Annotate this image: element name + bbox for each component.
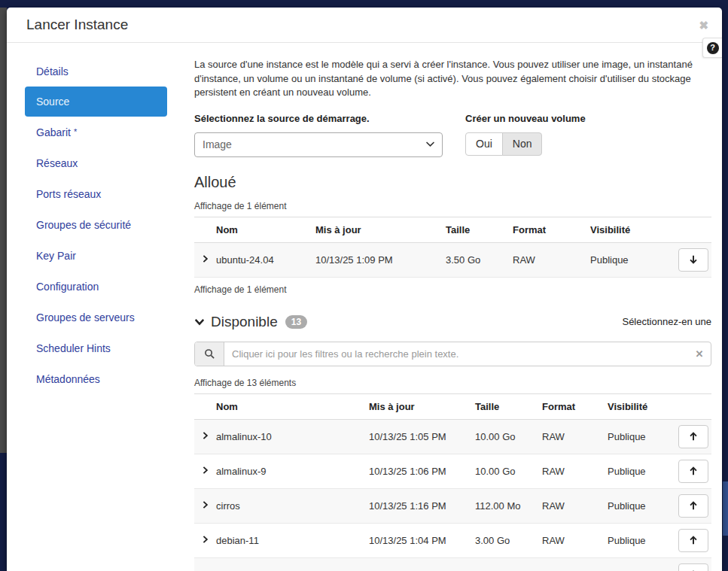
sidebar-item-networks[interactable]: Réseaux <box>7 147 194 178</box>
boot-source-select[interactable]: Image <box>194 132 443 157</box>
column-header-visibility: Visibilité <box>590 217 668 242</box>
modal-body: Détails Source Gabarit* Réseaux Ports ré… <box>7 43 722 571</box>
modal-header: Lancer Instance ✖ <box>7 8 722 43</box>
cell-format: RAW <box>542 454 608 488</box>
allocate-button[interactable] <box>678 460 708 483</box>
source-panel: La source d'une instance est le modèle q… <box>194 43 711 571</box>
allocate-button[interactable] <box>678 494 708 518</box>
question-icon: ? <box>707 42 719 54</box>
cell-updated: 10/13/25 1:16 PM <box>369 488 475 523</box>
available-section-title: Disponible <box>211 314 278 330</box>
allocate-button[interactable] <box>678 425 708 448</box>
new-volume-yes-button[interactable]: Oui <box>465 132 503 156</box>
cell-size: 3.50 Go <box>446 242 513 277</box>
cell-name: debian-11 <box>216 523 369 557</box>
background-page-strip <box>0 8 7 453</box>
sidebar-item-scheduler-hints[interactable]: Scheduler Hints <box>7 333 194 363</box>
allocated-count-bottom: Affichage de 1 élément <box>194 284 711 295</box>
cell-name: almalinux-10 <box>216 419 369 454</box>
allocated-table: Nom Mis à jour Taille Format Visibilité <box>194 217 711 278</box>
page-title: Lancer Instance <box>26 17 128 33</box>
available-count-badge: 13 <box>285 315 307 329</box>
sidebar-item-flavor[interactable]: Gabarit* <box>7 117 194 147</box>
allocate-button[interactable] <box>678 563 708 571</box>
column-header-size: Taille <box>446 217 513 242</box>
cell-updated: 10/13/25 1:05 PM <box>369 419 475 454</box>
cell-format: RAW <box>542 419 608 454</box>
column-header-name: Nom <box>216 393 369 419</box>
column-header-name: Nom <box>216 217 315 242</box>
row-expander-chevron-icon[interactable] <box>201 466 209 475</box>
allocated-table-header: Nom Mis à jour Taille Format Visibilité <box>194 217 711 242</box>
cell-updated: 10/13/25 1:06 PM <box>369 454 475 488</box>
cell-name: cirros <box>216 488 369 523</box>
up-arrow-icon <box>688 535 699 545</box>
available-section-header: Disponible 13 Sélectionnez-en une <box>194 314 711 330</box>
available-table-header: Nom Mis à jour Taille Format Visibilité <box>194 393 711 419</box>
help-button[interactable]: ? <box>702 38 722 58</box>
source-form-row: Sélectionnez la source de démarrage. Ima… <box>194 113 711 157</box>
row-expander-chevron-icon[interactable] <box>201 254 209 263</box>
launch-instance-modal: Lancer Instance ✖ ? Détails Source Gabar… <box>7 8 722 571</box>
table-row: ubuntu-24.04 10/13/25 1:09 PM 3.50 Go RA… <box>194 242 711 277</box>
column-header-size: Taille <box>475 393 542 419</box>
cell-updated: 10/13/25 1:09 PM <box>315 242 446 277</box>
deallocate-button[interactable] <box>678 248 708 272</box>
available-count-text: Affichage de 13 éléments <box>194 378 711 388</box>
cell-visibility: Publique <box>608 523 668 557</box>
clear-filter-icon[interactable]: ✕ <box>688 342 711 366</box>
table-row: cirros 10/13/25 1:16 PM 112.00 Mo RAW Pu… <box>194 488 711 523</box>
cell-format: RAW <box>542 488 608 523</box>
collapse-chevron-down-icon[interactable] <box>194 317 205 327</box>
table-row-partial <box>194 557 711 571</box>
available-table: Nom Mis à jour Taille Format Visibilité … <box>194 393 711 571</box>
sidebar-item-metadata[interactable]: Métadonnées <box>7 363 194 394</box>
cell-visibility: Publique <box>608 419 668 454</box>
column-header-updated: Mis à jour <box>315 217 446 242</box>
new-volume-label: Créer un nouveau volume <box>465 113 586 124</box>
select-one-hint: Sélectionnez-en une <box>622 316 711 327</box>
sidebar-item-details[interactable]: Détails <box>7 56 194 87</box>
background-page-accent <box>723 481 728 536</box>
column-header-updated: Mis à jour <box>369 393 475 419</box>
source-description: La source d'une instance est le modèle q… <box>194 58 711 100</box>
search-icon <box>195 342 224 366</box>
cell-name: almalinux-9 <box>216 454 369 488</box>
cell-visibility: Publique <box>590 242 668 277</box>
up-arrow-icon <box>688 431 699 442</box>
up-arrow-icon <box>688 500 699 511</box>
cell-size: 10.00 Go <box>475 454 542 488</box>
table-row: almalinux-10 10/13/25 1:05 PM 10.00 Go R… <box>194 419 711 454</box>
table-row: debian-11 10/13/25 1:04 PM 3.00 Go RAW P… <box>194 523 711 557</box>
column-header-visibility: Visibilité <box>608 393 668 419</box>
column-header-format: Format <box>542 393 608 419</box>
row-expander-chevron-icon[interactable] <box>201 431 209 440</box>
filter-search-input[interactable] <box>224 342 688 366</box>
up-arrow-icon <box>688 466 699 476</box>
sidebar-item-source[interactable]: Source <box>25 87 167 117</box>
row-expander-chevron-icon[interactable] <box>201 535 209 544</box>
allocated-count-top: Affichage de 1 élément <box>194 201 711 211</box>
down-arrow-icon <box>688 254 699 265</box>
boot-source-label: Sélectionnez la source de démarrage. <box>194 113 465 124</box>
sidebar-item-key-pair[interactable]: Key Pair <box>7 240 194 271</box>
cell-name: ubuntu-24.04 <box>216 242 315 277</box>
new-volume-toggle: Oui Non <box>465 132 542 156</box>
sidebar-item-security-groups[interactable]: Groupes de sécurité <box>7 209 194 240</box>
cell-visibility: Publique <box>608 454 668 488</box>
new-volume-no-button[interactable]: Non <box>502 132 543 156</box>
cell-format: RAW <box>542 523 608 557</box>
sidebar-item-network-ports[interactable]: Ports réseaux <box>7 178 194 209</box>
allocate-button[interactable] <box>678 529 708 552</box>
row-expander-chevron-icon[interactable] <box>201 500 209 509</box>
wizard-sidebar: Détails Source Gabarit* Réseaux Ports ré… <box>7 43 194 571</box>
column-header-format: Format <box>513 217 590 242</box>
table-row: almalinux-9 10/13/25 1:06 PM 10.00 Go RA… <box>194 454 711 488</box>
required-asterisk: * <box>74 127 77 136</box>
close-icon[interactable]: ✖ <box>699 20 708 31</box>
cell-format: RAW <box>513 242 590 277</box>
sidebar-item-server-groups[interactable]: Groupes de serveurs <box>7 302 194 333</box>
allocated-section-title: Alloué <box>194 174 711 191</box>
cell-visibility: Publique <box>608 488 668 523</box>
sidebar-item-configuration[interactable]: Configuration <box>7 271 194 302</box>
